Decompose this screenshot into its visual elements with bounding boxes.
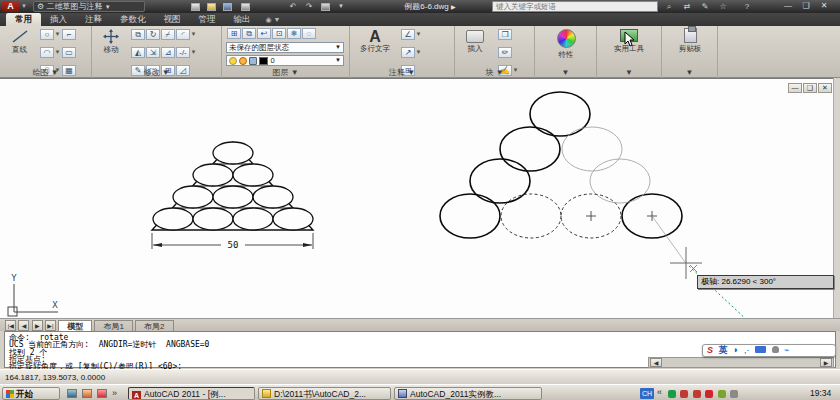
break-dropdown-icon[interactable]: ▼ (190, 47, 197, 58)
properties-panel-label[interactable]: ▼ (535, 67, 596, 78)
annotate-panel-label[interactable]: 注释 ▼ (350, 67, 454, 78)
move-tool-button[interactable]: 移动 (96, 29, 126, 54)
ime-settings-wrench-icon[interactable]: ⌁ (784, 345, 789, 355)
ime-toolbar[interactable]: S 英 ◗ ,· ⌁ (702, 344, 836, 357)
copy-tool-icon[interactable]: ⧉ (131, 29, 145, 40)
dimension-50[interactable]: 50 (152, 233, 313, 250)
tab-annotate[interactable]: 注释 (76, 13, 111, 26)
tray-security-icon[interactable] (705, 390, 713, 398)
clipboard-button[interactable]: 剪贴板 (669, 28, 711, 53)
scale-tool-icon[interactable]: ⊿ (161, 47, 175, 58)
tab-home[interactable]: 常用 (6, 13, 41, 26)
layer-color-swatch[interactable] (259, 57, 268, 65)
layer-state-dropdown[interactable]: 未保存的图层状态▼ (226, 42, 344, 53)
ime-keyboard-icon[interactable] (755, 346, 766, 353)
layer-properties-icon[interactable]: ⊞ (227, 28, 241, 39)
ribbon-minimize-icon[interactable]: ◉ ▼ (266, 16, 281, 24)
open-file-button[interactable] (204, 1, 218, 12)
ime-logo-icon[interactable]: S (707, 345, 713, 355)
quicklaunch-desktop-icon[interactable] (67, 389, 77, 398)
ime-punctuation-icon[interactable]: ,· (744, 345, 750, 355)
canvas-vertical-scrollbar[interactable] (833, 78, 840, 318)
line-tool-button[interactable]: 直线 (3, 29, 36, 54)
redo-button[interactable]: ↷ (302, 1, 316, 12)
circle-entity[interactable] (153, 208, 193, 230)
doc-title-arrow-icon[interactable]: ▶ (451, 4, 456, 10)
layer-prev-icon[interactable]: ↩ (257, 28, 271, 39)
triangle-figure[interactable] (152, 142, 313, 230)
circle-entity-selected[interactable] (501, 194, 561, 238)
insert-block-button[interactable]: 插入 (459, 30, 491, 53)
properties-button[interactable]: 特性 (546, 29, 586, 59)
print-button[interactable] (318, 1, 332, 12)
circle-entity[interactable] (193, 164, 233, 186)
tray-language-indicator[interactable]: CH (640, 388, 654, 399)
search-binoculars-icon[interactable]: ⌕ (662, 1, 676, 12)
wrench-icon[interactable]: ✎ (698, 1, 712, 12)
circle-entity[interactable] (530, 92, 590, 136)
layer-freeze-icon[interactable]: ❄ (287, 28, 301, 39)
circle-entity[interactable] (173, 186, 213, 208)
current-layer-dropdown[interactable]: 0 ▼ (226, 55, 344, 66)
leader-dropdown-icon[interactable]: ▼ (415, 47, 422, 58)
last-tab-button[interactable]: ▶| (45, 320, 56, 331)
dimension-tool-icon[interactable]: ∠ (401, 29, 415, 40)
start-button[interactable]: 开始 (2, 387, 60, 400)
tab-insert[interactable]: 插入 (41, 13, 76, 26)
tray-antivirus-icon[interactable] (668, 390, 676, 398)
tab-output[interactable]: 输出 (225, 13, 260, 26)
tray-network2-off-icon[interactable] (693, 390, 701, 398)
scroll-right-icon[interactable]: ▶ (820, 358, 832, 367)
ime-fullhalf-icon[interactable]: ◗ (733, 345, 738, 355)
circle-entity[interactable] (562, 127, 622, 171)
arc-tool-icon[interactable]: ◠ (40, 47, 54, 58)
circle-entity[interactable] (440, 194, 500, 238)
utilities-panel-label[interactable]: ▼ (597, 67, 661, 78)
layer-match-icon[interactable]: ⧉ (242, 28, 256, 39)
workspace-selector[interactable]: ⚙ 二维草图与注释 ▼ (33, 1, 145, 12)
layers-panel-label[interactable]: 图层 ▼ (222, 67, 349, 78)
circle-entity[interactable] (590, 159, 650, 203)
polyline-tool-icon[interactable]: ⌐ (62, 29, 76, 40)
quicklaunch-expand-icon[interactable]: » (112, 388, 117, 398)
circle-entity[interactable] (233, 164, 273, 186)
logo-dropdown-icon[interactable]: ▼ (21, 3, 27, 9)
layer-isolate-icon[interactable]: ⊡ (272, 28, 286, 39)
rack-circles[interactable] (153, 142, 313, 230)
break-tool-icon[interactable]: -/- (176, 47, 190, 58)
exchange-icon[interactable]: ⇄ (680, 1, 694, 12)
stretch-tool-icon[interactable]: ⇲ (146, 47, 160, 58)
modify-panel-label[interactable]: 修改 ▼ (92, 67, 221, 78)
trim-tool-icon[interactable]: ⌿ (161, 29, 175, 40)
scroll-left-icon[interactable]: ◀ (650, 358, 662, 367)
leader-tool-icon[interactable]: ↗ (401, 47, 415, 58)
plot-button[interactable] (238, 1, 252, 12)
circle-tool-icon[interactable]: ○ (40, 29, 54, 40)
fillet-tool-icon[interactable]: ◜ (176, 29, 190, 40)
rotate-tool-icon[interactable]: ↻ (146, 29, 160, 40)
fillet-dropdown-icon[interactable]: ▼ (190, 29, 197, 40)
tab-manage[interactable]: 管理 (190, 13, 225, 26)
tray-display-icon[interactable] (730, 390, 738, 398)
autocad-logo-button[interactable]: A (2, 1, 19, 12)
circles-figure[interactable] (440, 92, 682, 238)
task-document[interactable]: AutoCAD_2011实例教... (394, 387, 542, 400)
selected-circles[interactable] (501, 194, 621, 238)
tray-clock[interactable]: 19:34 (810, 388, 831, 398)
first-tab-button[interactable]: |◀ (5, 320, 16, 331)
layer-unlock-icon[interactable] (249, 57, 257, 65)
circle-entity[interactable] (500, 127, 560, 171)
save-button[interactable] (220, 1, 234, 12)
prev-tab-button[interactable]: ◀ (18, 320, 29, 331)
circle-entity[interactable] (213, 142, 253, 164)
clipboard-panel-label[interactable]: ▼ (662, 67, 717, 78)
tab-view[interactable]: 视图 (155, 13, 190, 26)
star-icon[interactable]: ☆ (716, 1, 730, 12)
circle-entity[interactable] (253, 186, 293, 208)
restore-button[interactable]: ❑ (798, 1, 814, 12)
layer-off-icon[interactable]: ◌ (302, 28, 316, 39)
task-autocad[interactable]: AAutoCAD 2011 - [例... (128, 387, 255, 400)
circle-entity[interactable] (213, 186, 253, 208)
horizontal-scrollbar[interactable] (648, 357, 834, 368)
mtext-button[interactable]: A 多行文字 (356, 28, 394, 53)
